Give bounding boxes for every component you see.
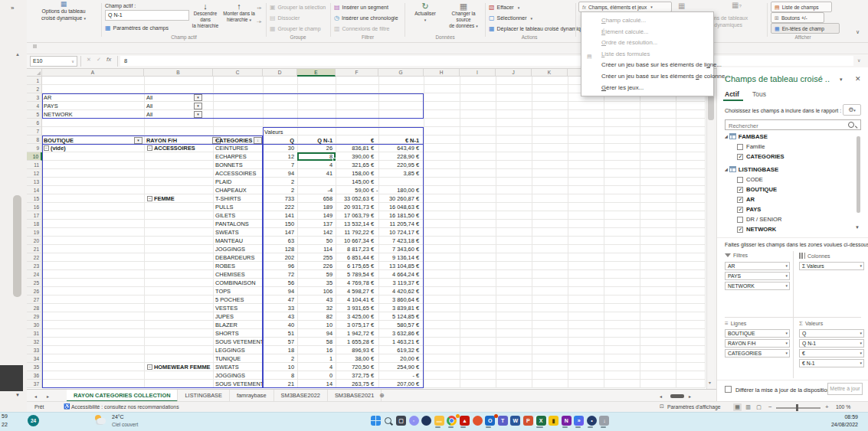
row-header-36[interactable]: 36 — [27, 371, 42, 380]
row-header-30[interactable]: 30 — [27, 321, 42, 329]
taskbar-icon-onenote[interactable]: N — [560, 416, 573, 426]
expand-formula-bar-icon[interactable]: ∨ — [857, 57, 860, 63]
page-layout-view-icon[interactable]: ▥ — [744, 403, 752, 411]
collapse-field-icon[interactable]: −▸ — [257, 18, 262, 24]
zoom-in-icon[interactable]: + — [825, 403, 829, 410]
row-header-27[interactable]: 27 — [27, 295, 42, 304]
zoom-level[interactable]: 100 % — [836, 404, 850, 410]
zoom-out-icon[interactable]: − — [768, 403, 772, 410]
pivottable-options-button[interactable]: ▦ Options du tableau croisé dynamique▾ — [28, 1, 99, 22]
sheet-tab-famraybase[interactable]: famraybase — [230, 390, 274, 402]
column-header-A[interactable]: A — [42, 69, 144, 77]
defer-layout-checkbox[interactable] — [725, 386, 732, 393]
row-header-34[interactable]: 34 — [27, 354, 42, 363]
row-header-33[interactable]: 33 — [27, 346, 42, 354]
field-label-code[interactable]: CODE — [746, 176, 763, 183]
edge-scrollbar-thumb[interactable] — [13, 195, 21, 297]
row-header-35[interactable]: 35 — [27, 363, 42, 371]
taskbar-icon-powerpoint[interactable]: P — [522, 416, 535, 426]
sheet-tab-rayon-categories-collection[interactable]: RAYON CATEGORIES COLLECTION — [67, 390, 178, 402]
taskbar-icon-media-player[interactable] — [420, 416, 433, 426]
field-headers-toggle[interactable]: ▦ En-têtes de champ — [771, 23, 840, 34]
sheet-tab-sm3base2022[interactable]: SM3BASE2022 — [274, 390, 328, 402]
clock-date[interactable]: 24/08/2022 — [831, 422, 858, 427]
tools-gear-button[interactable]: ⚙▾ — [843, 104, 861, 116]
field-list-scrollbar[interactable] — [857, 136, 860, 213]
column-header-D[interactable]: D — [263, 69, 297, 77]
row-header-29[interactable]: 29 — [27, 312, 42, 321]
zone-valeurs-item-0[interactable]: Q▾ — [799, 329, 864, 338]
taskbar-icon-chrome[interactable] — [446, 416, 459, 426]
notification-badge[interactable]: 24 — [28, 415, 39, 426]
row-header-23[interactable]: 23 — [27, 262, 42, 270]
zoom-slider-track[interactable] — [776, 407, 821, 409]
row-header-22[interactable]: 22 — [27, 253, 42, 262]
row-header-31[interactable]: 31 — [27, 329, 42, 338]
row-header-18[interactable]: 18 — [27, 220, 42, 228]
zone-valeurs-item-3[interactable]: € N-1▾ — [799, 359, 864, 367]
dropdown-arrow-icon[interactable]: ▾ — [785, 273, 788, 279]
weather-temp[interactable]: 24°C — [112, 414, 124, 420]
column-header-G[interactable]: G — [378, 69, 424, 77]
row-header-37[interactable]: 37 — [27, 380, 42, 388]
olap-tools-icon[interactable]: ▦ — [678, 2, 685, 10]
field-checkbox-famille[interactable] — [737, 144, 743, 150]
search-input[interactable] — [727, 121, 849, 130]
change-data-source-button[interactable]: ▦ Changer la source de données▾ — [444, 2, 483, 29]
ungroup-button[interactable]: ▤Dissocier — [270, 13, 300, 23]
close-icon[interactable]: ✕ — [855, 75, 861, 83]
field-checkbox-dr-senior[interactable] — [737, 217, 743, 223]
dropdown-arrow-icon[interactable]: ▾ — [785, 350, 788, 357]
expand-field-icon[interactable]: +▸ — [257, 5, 262, 10]
collapse-rayon-icon[interactable]: − — [147, 196, 152, 201]
column-header-H[interactable]: H — [424, 69, 460, 77]
insert-function-icon[interactable]: fx — [106, 56, 111, 63]
dropdown-arrow-icon[interactable]: ▾ — [785, 340, 788, 347]
panel-options-arrow-icon[interactable]: ▾ — [840, 77, 843, 83]
move-pivottable-button[interactable]: ▦Déplacer le tableau croisé dynamique — [489, 24, 587, 34]
select-all-corner[interactable] — [27, 69, 42, 77]
field-label-categories[interactable]: CATEGORIES — [746, 153, 784, 160]
field-checkbox-ar[interactable] — [737, 197, 743, 203]
weather-desc[interactable]: Ciel couvert — [112, 422, 138, 427]
collapse-table-icon[interactable]: ◢ — [725, 167, 728, 171]
tab-actif[interactable]: Actif — [725, 90, 739, 98]
taskbar-icon-firefox[interactable] — [471, 416, 484, 426]
column-header-I[interactable]: I — [460, 69, 496, 77]
dropdown-arrow-icon[interactable]: ▾ — [785, 282, 788, 289]
column-header-C[interactable]: C — [213, 69, 263, 77]
zone-filtres-item-0[interactable]: AR▾ — [725, 262, 790, 270]
insert-timeline-button[interactable]: ◷Insérer une chronologie — [334, 13, 398, 23]
clock-time[interactable]: 08:59 — [844, 414, 858, 420]
collapse-rayon-icon[interactable]: − — [147, 145, 152, 151]
search-box[interactable] — [725, 119, 861, 130]
spreadsheet-grid[interactable]: ▾ ABCDEFGHIJKLMNO12345678910111213141516… — [27, 69, 714, 389]
taskbar-icon-start[interactable] — [369, 416, 382, 426]
sheet-tab-listingbase[interactable]: LISTINGBASE — [178, 390, 229, 402]
row-header-20[interactable]: 20 — [27, 237, 42, 245]
filter-dropdown-ar[interactable]: ▾ — [194, 94, 202, 101]
boutique-filter-dropdown[interactable]: ▾ — [134, 137, 142, 144]
field-label-ar[interactable]: AR — [746, 196, 755, 203]
name-box-arrow-icon[interactable]: ∨ — [71, 57, 74, 66]
refresh-button[interactable]: ↻ Actualiser▾ — [408, 2, 442, 23]
field-settings-button[interactable]: ▦ Paramètres de champs — [105, 23, 169, 33]
collapse-boutique-icon[interactable]: − — [44, 145, 49, 151]
zone-lignes-item-2[interactable]: CATEGORIES▾ — [725, 349, 790, 358]
scroll-up-icon[interactable]: ▲ — [15, 52, 20, 57]
menu-item-5[interactable]: Créer un jeu basé sur les éléments de co… — [581, 71, 713, 83]
taskbar-icon-power-bi[interactable]: ▮ — [547, 416, 560, 426]
drill-up-button[interactable]: ↑ Monter dans la hiérarchie▾ — [223, 2, 255, 23]
hscroll-thumb[interactable] — [670, 394, 684, 398]
tab-tous[interactable]: Tous — [752, 90, 766, 98]
filter-dropdown-pays[interactable]: ▾ — [194, 103, 202, 109]
dropdown-arrow-icon[interactable]: ▾ — [860, 263, 862, 269]
dropdown-arrow-icon[interactable]: ▾ — [785, 330, 788, 337]
filter-dropdown-network[interactable]: ▾ — [194, 111, 202, 118]
row-header-26[interactable]: 26 — [27, 287, 42, 295]
taskbar-icon-outlook[interactable]: O — [483, 416, 496, 426]
vscroll-down-icon[interactable]: ▾ — [709, 380, 711, 385]
collapse-table-icon[interactable]: ◢ — [725, 134, 728, 139]
row-header-16[interactable]: 16 — [27, 203, 42, 211]
row-header-10[interactable]: 10 — [27, 152, 42, 161]
